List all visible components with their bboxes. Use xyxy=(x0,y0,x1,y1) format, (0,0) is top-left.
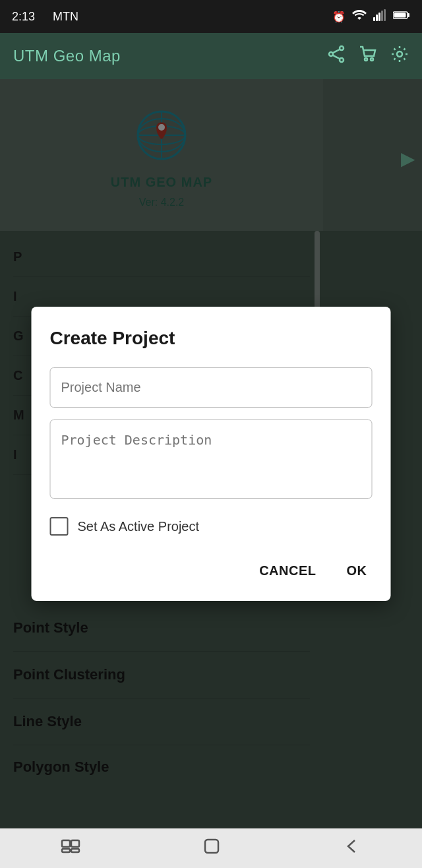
status-time: 2:13 xyxy=(12,10,35,24)
svg-rect-24 xyxy=(62,849,70,852)
svg-point-9 xyxy=(329,52,333,56)
svg-rect-2 xyxy=(378,13,380,21)
svg-rect-25 xyxy=(71,849,79,852)
svg-point-10 xyxy=(340,58,344,62)
svg-rect-3 xyxy=(381,11,383,21)
svg-rect-26 xyxy=(205,840,218,853)
wifi-icon xyxy=(352,9,367,24)
svg-rect-7 xyxy=(394,13,406,18)
background-content: UTM GEO MAP Ver: 4.2.2 ▶ P I G C M I Fil… xyxy=(0,79,422,828)
app-header: UTM Geo Map xyxy=(0,33,422,79)
cart-icon[interactable] xyxy=(359,45,377,68)
active-project-label: Set As Active Project xyxy=(78,519,200,534)
svg-line-12 xyxy=(333,55,340,59)
ok-button[interactable]: OK xyxy=(342,557,373,585)
alarm-icon: ⏰ xyxy=(332,11,346,23)
cancel-button[interactable]: CANCEL xyxy=(254,557,321,585)
svg-point-8 xyxy=(340,46,344,50)
svg-rect-23 xyxy=(71,840,79,847)
share-icon[interactable] xyxy=(327,45,346,68)
svg-rect-0 xyxy=(373,17,375,21)
svg-rect-1 xyxy=(376,15,378,21)
dialog-buttons: CANCEL OK xyxy=(50,557,373,585)
battery-icon xyxy=(393,11,410,22)
svg-point-15 xyxy=(397,51,402,57)
svg-rect-22 xyxy=(62,840,70,847)
back-icon[interactable] xyxy=(343,837,361,860)
svg-point-14 xyxy=(371,58,373,61)
nav-bar xyxy=(0,828,422,868)
carrier-name: MTN xyxy=(53,10,78,24)
app-title: UTM Geo Map xyxy=(13,47,121,65)
active-project-row: Set As Active Project xyxy=(50,517,373,536)
svg-line-11 xyxy=(333,49,340,53)
home-icon[interactable] xyxy=(202,837,221,860)
svg-point-13 xyxy=(365,58,367,61)
project-name-input[interactable] xyxy=(50,367,373,408)
signal-icon xyxy=(373,9,386,24)
header-icons xyxy=(327,45,409,68)
settings-icon[interactable] xyxy=(390,45,409,68)
status-bar: 2:13 MTN ⏰ xyxy=(0,0,422,33)
status-icons: ⏰ xyxy=(332,9,410,24)
create-project-dialog: Create Project Set As Active Project CAN… xyxy=(32,307,391,601)
project-description-input[interactable] xyxy=(50,419,373,499)
svg-rect-4 xyxy=(384,9,386,21)
dialog-title: Create Project xyxy=(50,328,373,349)
active-project-checkbox[interactable] xyxy=(50,517,69,536)
svg-rect-6 xyxy=(407,13,409,17)
recents-icon[interactable] xyxy=(61,838,80,859)
